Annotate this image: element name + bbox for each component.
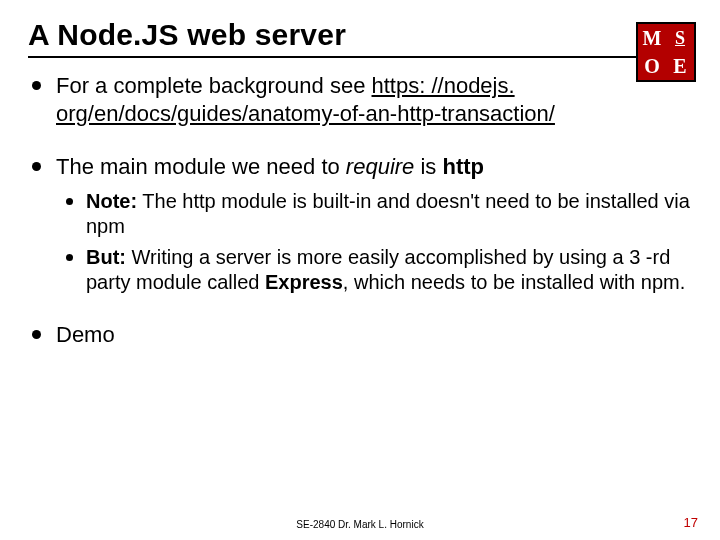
b2-pre: The main module we need to [56,154,346,179]
sub-bullet-note: Note: The http module is built-in and do… [56,189,692,239]
footer-text: SE-2840 Dr. Mark L. Hornick [0,519,720,530]
logo-letter-m: M [638,24,666,52]
note-text: The http module is built-in and doesn't … [86,190,690,237]
logo-letter-s: S [666,24,694,52]
slide-title: A Node.JS web server [28,18,692,52]
bullet-demo: Demo [28,321,692,349]
bullet-main-module: The main module we need to require is ht… [28,153,692,295]
sub-bullet-list: Note: The http module is built-in and do… [56,189,692,295]
note-label: Note: [86,190,137,212]
title-underline [28,56,692,58]
bullet-background: For a complete background see https: //n… [28,72,692,127]
b2-require: require [346,154,414,179]
but-text-2: , which needs to be installed with npm. [343,271,685,293]
bullet-list: For a complete background see https: //n… [28,72,692,348]
msoe-logo: M S O E [636,22,692,78]
bullet-background-intro: For a complete background see [56,73,372,98]
sub-bullet-but: But: Writing a server is more easily acc… [56,245,692,295]
express-label: Express [265,271,343,293]
page-number: 17 [684,515,698,530]
but-label: But: [86,246,126,268]
slide: M S O E A Node.JS web server For a compl… [0,0,720,540]
b2-http: http [442,154,484,179]
b2-mid: is [414,154,442,179]
